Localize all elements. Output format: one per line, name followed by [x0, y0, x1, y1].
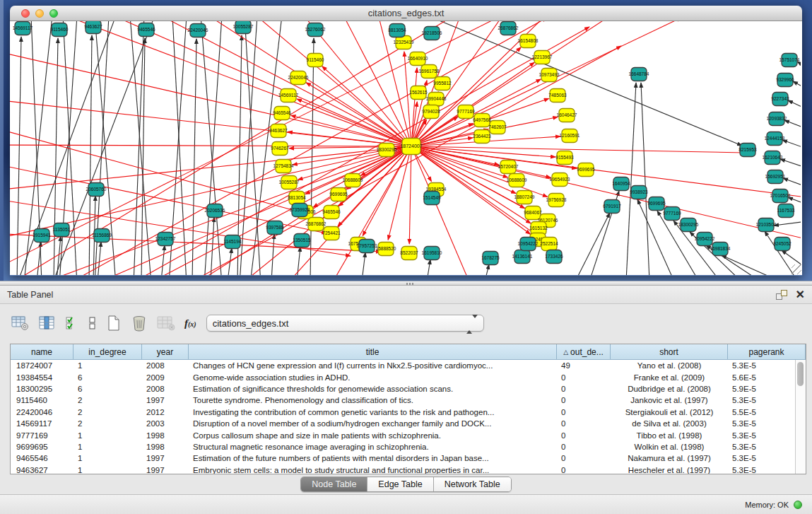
table-row[interactable]: 946554611997Estimation of the future num… — [11, 452, 806, 464]
graph-node[interactable]: 12103504 — [756, 218, 777, 232]
graph-node[interactable]: 12444158 — [765, 132, 785, 146]
column-header-title[interactable]: title — [189, 344, 557, 360]
graph-node[interactable]: 10954222 — [518, 238, 539, 251]
graph-node[interactable]: 18300295 — [678, 218, 699, 232]
graph-node[interactable]: 1167533 — [777, 204, 795, 218]
graph-node[interactable]: 18807249 — [514, 191, 535, 204]
column-header-short[interactable]: short — [611, 344, 728, 360]
graph-node[interactable]: 9463627 — [269, 124, 288, 138]
tab-node-table[interactable]: Node Table — [301, 477, 367, 491]
graph-node[interactable]: 12160591 — [560, 129, 580, 143]
graph-node[interactable]: 9794028 — [422, 105, 440, 119]
graph-node[interactable]: 9115460 — [307, 54, 324, 67]
function-builder-icon[interactable]: f(x) — [184, 317, 196, 329]
column-header-pagerank[interactable]: pagerank — [728, 344, 806, 360]
graph-node[interactable]: 19654923 — [550, 173, 570, 187]
graph-node[interactable]: 12213967 — [532, 51, 553, 64]
graph-node[interactable]: 12342757 — [155, 233, 176, 246]
show-columns-icon[interactable] — [39, 315, 56, 331]
table-selector-dropdown[interactable]: citations_edges.txt — [206, 315, 484, 332]
graph-node[interactable]: 7485063 — [548, 89, 567, 103]
graph-node[interactable]: 26876862 — [306, 218, 326, 231]
graph-node[interactable]: 9777169 — [663, 207, 681, 221]
graph-node[interactable]: 8813054 — [388, 24, 406, 37]
network-window[interactable]: citations_edges.txt 12325419166409101696… — [10, 6, 802, 276]
graph-node[interactable]: 1640954 — [612, 177, 630, 191]
graph-node[interactable]: 14569117 — [278, 89, 299, 103]
graph-node[interactable]: 1145194 — [224, 235, 242, 249]
graph-node[interactable]: 8522037 — [400, 247, 418, 260]
graph-node[interactable]: 15751074 — [779, 54, 800, 67]
table-row[interactable]: 969969511998Structural magnetic resonanc… — [11, 441, 806, 452]
graph-node[interactable]: 8215953 — [739, 144, 757, 157]
graph-node[interactable]: 10688609 — [343, 174, 363, 187]
graph-node[interactable]: 19218506 — [422, 27, 442, 40]
graph-node[interactable]: 16210643 — [763, 151, 783, 165]
graph-node[interactable]: 1733426 — [545, 250, 563, 264]
graph-node[interactable]: 12325419 — [394, 36, 414, 49]
graph-node[interactable]: 16961758 — [419, 65, 440, 78]
graph-node[interactable]: 15692951 — [765, 170, 786, 184]
graph-node[interactable]: 12093832 — [767, 112, 787, 126]
graph-node[interactable]: 1678275 — [481, 252, 500, 265]
graph-node[interactable]: 26876862 — [498, 22, 519, 35]
network-window-titlebar[interactable]: citations_edges.txt — [10, 6, 802, 21]
graph-node[interactable]: 12754834 — [273, 160, 294, 173]
graph-node[interactable]: 9465546 — [322, 206, 341, 219]
graph-node[interactable]: 16640910 — [408, 52, 428, 66]
graph-node[interactable]: 16648784 — [629, 68, 649, 81]
graph-node[interactable]: 9699695 — [329, 188, 348, 201]
graph-node[interactable]: 9115460 — [51, 23, 69, 37]
table-row[interactable]: 1938455462009Genome-wide association stu… — [11, 371, 806, 382]
select-rows-icon[interactable] — [65, 315, 79, 331]
panel-splitter[interactable] — [0, 281, 812, 286]
close-panel-icon[interactable]: ✕ — [796, 290, 805, 300]
graph-node[interactable]: 14569117 — [13, 22, 33, 35]
graph-node[interactable]: 20605760 — [86, 183, 107, 197]
graph-node[interactable]: 9465546 — [137, 23, 155, 37]
graph-node[interactable]: 9245052 — [773, 238, 792, 251]
table-row[interactable]: 911546021997Tourette syndrome. Phenomeno… — [11, 395, 806, 406]
graph-node[interactable]: 10973493 — [539, 69, 560, 82]
graph-node[interactable]: 15276062 — [305, 23, 326, 37]
graph-node[interactable]: 10954222 — [695, 233, 715, 246]
graph-node[interactable]: 9699695 — [647, 197, 666, 211]
graph-node[interactable]: 9955812 — [433, 77, 452, 90]
table-settings-icon[interactable] — [11, 315, 30, 331]
graph-node[interactable]: 8813054 — [288, 192, 306, 205]
graph-node[interactable]: 7254421 — [322, 227, 341, 240]
graph-node[interactable]: 1135051 — [53, 223, 71, 237]
graph-node[interactable]: 2364423 — [473, 130, 491, 144]
table-row[interactable]: 946362711997Embryonic stem cells: a mode… — [11, 465, 806, 474]
float-panel-icon[interactable] — [776, 290, 787, 300]
graph-node[interactable]: 17016504 — [770, 189, 791, 203]
table-scrollbar-thumb[interactable] — [797, 362, 804, 386]
table-row[interactable]: 2242004622012Investigating the contribut… — [11, 407, 806, 418]
graph-node[interactable]: 16154808 — [518, 35, 539, 48]
graph-node[interactable]: 7462607 — [488, 121, 507, 134]
graph-node[interactable]: 14136141 — [512, 250, 533, 264]
graph-node[interactable]: 9155493 — [555, 151, 574, 165]
graph-node[interactable]: 17957253 — [357, 240, 377, 253]
table-row[interactable]: 1872400712008Changes of HCN gene express… — [11, 360, 806, 371]
column-header-out_de[interactable]: △out_de... — [557, 344, 611, 360]
graph-node[interactable]: 3915941 — [33, 229, 51, 243]
table-row[interactable]: 1830029562008Estimation of significance … — [11, 383, 806, 395]
tab-edge-table[interactable]: Edge Table — [367, 477, 433, 491]
memory-status-icon[interactable] — [794, 501, 802, 509]
graph-node[interactable]: 6791917 — [603, 200, 621, 214]
left-panel-divider[interactable] — [0, 0, 4, 281]
graph-node[interactable]: 9746267 — [271, 142, 289, 156]
graph-node[interactable]: 22420046 — [288, 71, 309, 85]
graph-node[interactable]: 18724007 — [400, 139, 422, 155]
graph-node[interactable]: 19904448 — [426, 93, 447, 106]
graph-node[interactable]: 9463627 — [84, 21, 102, 34]
graph-node[interactable]: 15888520 — [376, 243, 396, 256]
column-header-year[interactable]: year — [142, 344, 189, 360]
graph-node[interactable]: 9938923 — [630, 186, 648, 199]
graph-node[interactable]: 1514549 — [423, 192, 441, 205]
graph-node[interactable]: 9777169 — [457, 105, 475, 119]
network-canvas[interactable]: 1232541916640910169617589955812156261519… — [10, 21, 801, 275]
graph-node[interactable]: 22420046 — [188, 24, 208, 37]
graph-node[interactable]: 1562615 — [409, 86, 428, 100]
